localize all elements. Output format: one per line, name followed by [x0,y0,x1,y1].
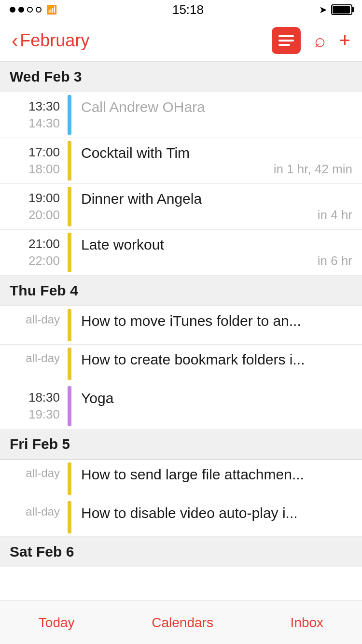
event-content-ev1: Call Andrew OHara [71,92,362,138]
list-view-button[interactable] [272,27,301,54]
event-bar [68,386,71,426]
event-content-ev6: How to create bookmark folders i... [71,345,362,383]
location-icon: ➤ [319,4,327,15]
event-title: Call Andrew OHara [81,99,352,115]
event-bar [68,95,71,135]
status-time: 15:18 [172,2,204,17]
add-button[interactable]: + [339,29,350,51]
time-start: all-day [26,466,60,480]
event-timing: in 1 hr, 42 min [81,162,352,177]
tab-inbox[interactable]: Inbox [281,610,334,635]
time-start: 18:30 [28,390,60,405]
tab-today[interactable]: Today [29,610,84,635]
event-bar-col [68,138,71,183]
search-button[interactable]: ⌕ [314,29,326,51]
event-timing: in 4 hr [81,208,352,223]
time-end: 19:30 [28,407,60,422]
event-time-ev8: all-day [0,460,68,498]
time-end: 14:30 [28,116,60,131]
status-right-icons: ➤ [319,4,352,15]
event-timing: in 6 hr [81,253,352,268]
event-content-ev4: Late workoutin 6 hr [71,230,362,275]
event-time-ev2: 17:0018:00 [0,138,68,183]
event-bar [68,309,71,341]
time-start: 17:00 [28,145,60,160]
event-title: How to send large file attachmen... [81,466,352,483]
event-content-ev8: How to send large file attachmen... [71,460,362,498]
event-row-ev7[interactable]: 18:3019:30Yoga [0,383,362,429]
event-bar-col [68,230,71,275]
event-time-ev9: all-day [0,498,68,536]
nav-actions: ⌕ + [272,27,350,54]
event-bar [68,348,71,380]
event-time-ev6: all-day [0,345,68,383]
event-title: How to move iTunes folder to an... [81,313,352,329]
event-row-ev4[interactable]: 21:0022:00Late workoutin 6 hr [0,230,362,276]
time-start: 21:00 [28,237,60,252]
event-time-ev5: all-day [0,306,68,344]
event-bar-col [68,306,71,344]
event-time-ev3: 19:0020:00 [0,184,68,229]
event-bar [68,462,71,495]
wifi-icon: 📶 [46,4,57,15]
signal-dot-3 [27,7,33,13]
event-content-ev9: How to disable video auto-play i... [71,498,362,536]
event-bar-col [68,460,71,498]
event-bar-col [68,92,71,138]
time-end: 20:00 [28,208,60,223]
event-bar [68,187,71,226]
event-bar-col [68,184,71,229]
event-time-ev7: 18:3019:30 [0,383,68,429]
time-start: all-day [26,313,60,326]
time-start: all-day [26,505,60,518]
signal-dot-4 [36,7,42,13]
event-bar-col [68,498,71,536]
event-title: Late workout [81,237,352,253]
tab-calendars[interactable]: Calendars [142,610,223,635]
tab-bar: Today Calendars Inbox [0,601,362,644]
event-content-ev5: How to move iTunes folder to an... [71,306,362,344]
signal-area: 📶 [10,4,57,15]
event-row-ev9[interactable]: all-dayHow to disable video auto-play i.… [0,498,362,537]
back-button[interactable]: ‹ February [12,30,89,51]
event-title: How to disable video auto-play i... [81,505,352,521]
time-start: 19:00 [28,191,60,206]
day-header-fri-feb5: Fri Feb 5 [0,429,362,460]
event-bar-col [68,383,71,429]
time-start: all-day [26,351,60,365]
event-row-ev8[interactable]: all-dayHow to send large file attachmen.… [0,460,362,498]
back-label: February [20,30,89,51]
time-end: 18:00 [28,162,60,177]
list-lines-icon [278,35,294,46]
event-row-ev1[interactable]: 13:3014:30Call Andrew OHara [0,92,362,138]
time-end: 22:00 [28,253,60,268]
event-bar [68,141,71,181]
event-title: Cocktail with Tim [81,145,352,161]
time-start: 13:30 [28,99,60,114]
event-time-ev1: 13:3014:30 [0,92,68,138]
event-title: Dinner with Angela [81,191,352,207]
day-header-wed-feb3: Wed Feb 3 [0,62,362,92]
event-bar [68,501,71,533]
back-arrow-icon: ‹ [12,31,18,50]
status-bar: 📶 15:18 ➤ [0,0,362,19]
event-time-ev4: 21:0022:00 [0,230,68,275]
event-title: Yoga [81,390,352,406]
event-row-ev3[interactable]: 19:0020:00Dinner with Angelain 4 hr [0,184,362,230]
event-bar [68,233,71,272]
event-content-ev2: Cocktail with Timin 1 hr, 42 min [71,138,362,183]
event-bar-col [68,345,71,383]
nav-bar: ‹ February ⌕ + [0,19,362,62]
event-content-ev7: Yoga [71,383,362,429]
battery-icon [331,4,352,15]
signal-dot-1 [10,7,15,13]
calendar-content: Wed Feb 313:3014:30Call Andrew OHara17:0… [0,62,362,611]
event-content-ev3: Dinner with Angelain 4 hr [71,184,362,229]
day-header-thu-feb4: Thu Feb 4 [0,276,362,306]
event-row-ev5[interactable]: all-dayHow to move iTunes folder to an..… [0,306,362,345]
signal-dot-2 [18,7,24,13]
event-title: How to create bookmark folders i... [81,351,352,368]
event-row-ev6[interactable]: all-dayHow to create bookmark folders i.… [0,345,362,383]
event-row-ev2[interactable]: 17:0018:00Cocktail with Timin 1 hr, 42 m… [0,138,362,184]
day-header-sat-feb6: Sat Feb 6 [0,537,362,567]
